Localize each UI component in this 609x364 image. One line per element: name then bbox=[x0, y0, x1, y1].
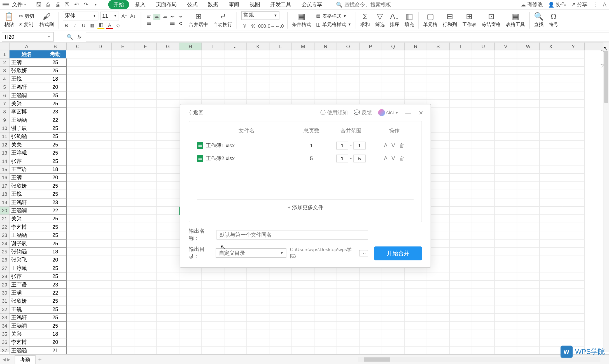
cell-A13[interactable]: 王淳曦 bbox=[10, 149, 44, 157]
cell-W34[interactable] bbox=[517, 322, 540, 330]
cell-V30[interactable] bbox=[495, 289, 517, 297]
cell-W17[interactable] bbox=[517, 182, 540, 190]
cell-T25[interactable] bbox=[450, 248, 472, 256]
cell-D32[interactable] bbox=[89, 305, 112, 314]
cell-V29[interactable] bbox=[495, 281, 517, 289]
cell-A26[interactable]: 张兴飞 bbox=[10, 256, 44, 264]
cell-L33[interactable] bbox=[269, 314, 292, 322]
cell-N4[interactable] bbox=[314, 75, 337, 83]
cell-A1[interactable]: 姓名 bbox=[10, 50, 44, 58]
cell-G7[interactable] bbox=[157, 100, 179, 108]
cell-F8[interactable] bbox=[134, 108, 157, 116]
cell-V10[interactable] bbox=[495, 124, 517, 132]
row-header-3[interactable]: 3 bbox=[0, 67, 10, 75]
row-header-15[interactable]: 15 bbox=[0, 165, 10, 174]
cell-Y2[interactable] bbox=[562, 59, 585, 67]
cell-B13[interactable]: 25 bbox=[44, 149, 67, 157]
cell-N33[interactable] bbox=[314, 314, 337, 322]
cell-P1[interactable] bbox=[360, 50, 382, 58]
cell-B20[interactable]: 22 bbox=[44, 207, 67, 215]
cell-Y36[interactable] bbox=[562, 338, 585, 346]
cell-J34[interactable] bbox=[224, 322, 247, 330]
cell-X15[interactable] bbox=[540, 165, 562, 174]
cell-K4[interactable] bbox=[247, 75, 269, 83]
cell-A8[interactable]: 李艺博 bbox=[10, 108, 44, 116]
cell-A34[interactable]: 王涵润 bbox=[10, 322, 44, 330]
cell-Q2[interactable] bbox=[382, 59, 404, 67]
cell-D14[interactable] bbox=[89, 157, 112, 165]
cell-R28[interactable] bbox=[405, 272, 427, 281]
cell-Y25[interactable] bbox=[562, 248, 585, 256]
cell-X10[interactable] bbox=[540, 124, 562, 132]
cell-R1[interactable] bbox=[405, 50, 427, 58]
row-header-28[interactable]: 28 bbox=[0, 272, 10, 281]
cell-L31[interactable] bbox=[269, 297, 292, 305]
cell-I35[interactable] bbox=[202, 330, 224, 338]
cell-D2[interactable] bbox=[89, 59, 112, 67]
cell-W6[interactable] bbox=[517, 91, 540, 99]
cell-U4[interactable] bbox=[472, 75, 494, 83]
cell-B17[interactable]: 25 bbox=[44, 182, 67, 190]
font-size-select[interactable]: 11▼ bbox=[100, 11, 119, 20]
cell-U15[interactable] bbox=[472, 165, 494, 174]
cell-X3[interactable] bbox=[540, 67, 562, 75]
cell-P28[interactable] bbox=[360, 272, 382, 281]
undo-icon[interactable]: ↶ bbox=[74, 1, 80, 8]
table-style-button[interactable]: ▤ 表格样式 ▼ bbox=[316, 13, 346, 19]
cell-B24[interactable]: 25 bbox=[44, 239, 67, 248]
cell-E1[interactable] bbox=[112, 50, 134, 58]
cell-Q33[interactable] bbox=[382, 314, 404, 322]
name-box[interactable]: H20▼ bbox=[2, 32, 54, 41]
cell-G22[interactable] bbox=[157, 223, 179, 231]
cell-K34[interactable] bbox=[247, 322, 269, 330]
cell-V24[interactable] bbox=[495, 239, 517, 248]
cell-F33[interactable] bbox=[134, 314, 157, 322]
cell-Y10[interactable] bbox=[562, 124, 585, 132]
cell-D16[interactable] bbox=[89, 174, 112, 182]
usage-info-link[interactable]: ⓘ使用须知 bbox=[320, 109, 347, 116]
move-down-button[interactable]: ᐯ bbox=[391, 143, 395, 149]
cell-D19[interactable] bbox=[89, 199, 112, 207]
cell-Q5[interactable] bbox=[382, 83, 404, 91]
cell-U14[interactable] bbox=[472, 157, 494, 165]
cell-O32[interactable] bbox=[337, 305, 360, 314]
col-header-H[interactable]: H bbox=[179, 43, 202, 50]
cell-B34[interactable]: 25 bbox=[44, 322, 67, 330]
cell-G36[interactable] bbox=[157, 338, 179, 346]
cell-C22[interactable] bbox=[67, 223, 89, 231]
cell-W32[interactable] bbox=[517, 305, 540, 314]
cell-X4[interactable] bbox=[540, 75, 562, 83]
cell-C10[interactable] bbox=[67, 124, 89, 132]
cell-E25[interactable] bbox=[112, 248, 134, 256]
cell-A6[interactable]: 王涵润 bbox=[10, 91, 44, 99]
cell-C24[interactable] bbox=[67, 239, 89, 248]
cell-W20[interactable] bbox=[517, 207, 540, 215]
cell-B25[interactable]: 18 bbox=[44, 248, 67, 256]
align-top-left[interactable] bbox=[146, 14, 153, 20]
cell-Y24[interactable] bbox=[562, 239, 585, 248]
cell-F30[interactable] bbox=[134, 289, 157, 297]
cell-E27[interactable] bbox=[112, 264, 134, 272]
row-header-5[interactable]: 5 bbox=[0, 83, 10, 91]
cell-T13[interactable] bbox=[450, 149, 472, 157]
cell-Y14[interactable] bbox=[562, 157, 585, 165]
cell-T3[interactable] bbox=[450, 67, 472, 75]
cell-I5[interactable] bbox=[202, 83, 224, 91]
cell-L29[interactable] bbox=[269, 281, 292, 289]
cell-Y12[interactable] bbox=[562, 141, 585, 149]
cell-P6[interactable] bbox=[360, 91, 382, 99]
cell-W12[interactable] bbox=[517, 141, 540, 149]
cell-E16[interactable] bbox=[112, 174, 134, 182]
cell-Y11[interactable] bbox=[562, 132, 585, 141]
cell-W2[interactable] bbox=[517, 59, 540, 67]
cell-A11[interactable]: 张钧涵 bbox=[10, 132, 44, 141]
cell-O35[interactable] bbox=[337, 330, 360, 338]
cell-N29[interactable] bbox=[314, 281, 337, 289]
cell-V8[interactable] bbox=[495, 108, 517, 116]
col-header-Q[interactable]: Q bbox=[382, 43, 404, 50]
ribbon-tab-1[interactable]: 插入 bbox=[131, 0, 150, 9]
cell-G37[interactable] bbox=[157, 347, 179, 355]
cell-A2[interactable]: 王满 bbox=[10, 59, 44, 67]
cell-V5[interactable] bbox=[495, 83, 517, 91]
cell-F22[interactable] bbox=[134, 223, 157, 231]
